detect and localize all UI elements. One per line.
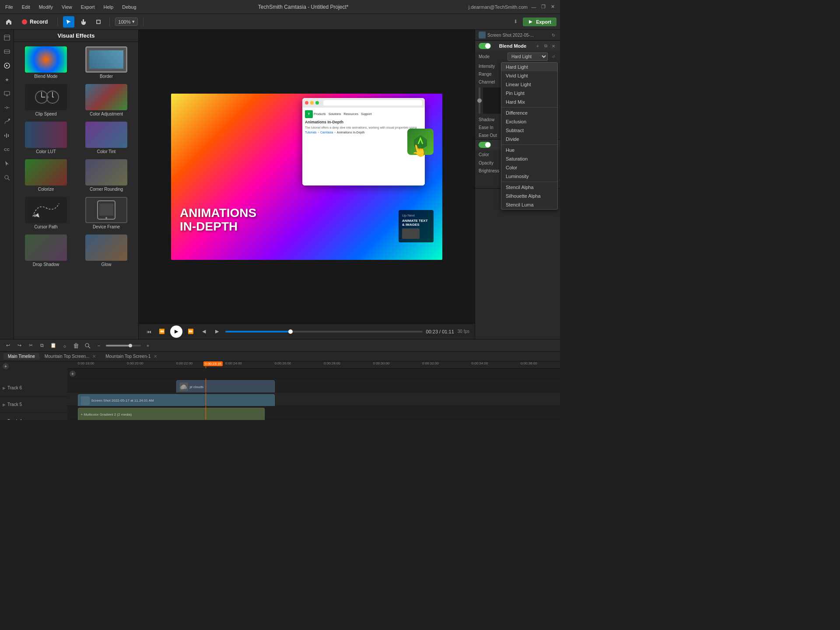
zoom-control[interactable]: 100% ▾ (115, 18, 138, 26)
left-vslider[interactable] (479, 88, 480, 114)
effect-item-drop-shadow[interactable]: Drop Shadow (17, 233, 75, 269)
effect-item-glow[interactable]: Glow (77, 233, 136, 269)
effect-item-color-adjustment[interactable]: Color Adjustment (77, 82, 136, 118)
download-icon[interactable]: ⬇ (511, 17, 520, 27)
effect-item-color-tint[interactable]: Color Tint (77, 120, 136, 156)
dropdown-item-hue[interactable]: Hue (501, 146, 557, 154)
dropdown-item-hard-mix[interactable]: Hard Mix (501, 98, 557, 106)
minimize-button[interactable]: — (530, 4, 537, 10)
search-icon[interactable] (83, 341, 92, 350)
dropdown-item-saturation[interactable]: Saturation (501, 154, 557, 163)
menu-edit[interactable]: Edit (20, 4, 32, 10)
effect-item-clip-speed[interactable]: Clip Speed (17, 82, 75, 118)
dropdown-item-silhouette-alpha[interactable]: Silhouette Alpha (501, 192, 557, 200)
breadcrumb-sep: › (318, 131, 319, 134)
hand-tool[interactable] (78, 16, 89, 28)
effect-item-border[interactable]: Border (77, 45, 136, 80)
refresh-icon[interactable]: ↻ (550, 32, 556, 38)
sidebar-effects[interactable] (2, 60, 12, 71)
dropdown-item-hard-light[interactable]: Hard Light (501, 63, 557, 71)
tab-close-2[interactable]: ✕ (154, 354, 157, 359)
clip-screenshot[interactable]: Screen Shot 2022-05-17 at 11.24.01 AM (78, 394, 275, 407)
close-button[interactable]: ✕ (550, 4, 556, 10)
menu-help[interactable]: Help (102, 4, 116, 10)
menu-view[interactable]: View (60, 4, 74, 10)
effect-item-colorize[interactable]: Colorize (17, 158, 75, 193)
dropdown-item-linear-light[interactable]: Linear Light (501, 80, 557, 89)
next-marker-button[interactable]: ▶ (212, 327, 222, 336)
dropdown-item-stencil-alpha[interactable]: Stencil Alpha (501, 183, 557, 192)
step-forward-button[interactable]: ⏩ (186, 327, 196, 336)
sidebar-captions[interactable]: CC (2, 144, 12, 155)
zoom-out-tool[interactable]: − (94, 341, 103, 350)
dropdown-item-stencil-luma[interactable]: Stencil Luma (501, 200, 557, 209)
menu-debug[interactable]: Debug (120, 4, 138, 10)
menu-export[interactable]: Export (79, 4, 97, 10)
home-icon[interactable] (4, 17, 14, 27)
effect-item-blend-mode[interactable]: Blend Mode (17, 45, 75, 80)
dropdown-item-luminosity[interactable]: Luminosity (501, 172, 557, 181)
dropdown-item-subtract[interactable]: Subtract (501, 126, 557, 135)
sidebar-home[interactable] (2, 32, 12, 43)
sidebar-transitions[interactable] (2, 102, 12, 113)
timeline-zoom-slider[interactable] (106, 345, 141, 346)
expand-track-6[interactable]: ▶ (3, 386, 6, 390)
export-button[interactable]: Export (523, 18, 556, 26)
prev-marker-button[interactable]: ◀ (199, 327, 209, 336)
add-media-button[interactable]: + (70, 371, 76, 377)
dropdown-item-divide[interactable]: Divide (501, 135, 557, 144)
sidebar-star[interactable]: ★ (2, 74, 12, 85)
sidebar-media[interactable] (2, 46, 12, 57)
menu-modify[interactable]: Modify (37, 4, 55, 10)
step-back-button[interactable]: ⏪ (157, 327, 167, 336)
dropdown-item-pin-light[interactable]: Pin Light (501, 89, 557, 98)
split-tool[interactable]: ⬦ (60, 341, 69, 350)
tab-mountain-top-screen-1[interactable]: Mountain Top Screen-1 ✕ (101, 353, 161, 360)
progress-thumb[interactable] (288, 329, 293, 334)
effect-item-device-frame[interactable]: Device Frame (77, 195, 136, 231)
tab-mountain-top-screen[interactable]: Mountain Top Screen... ✕ (40, 353, 100, 360)
undo-tool[interactable]: ↩ (4, 341, 12, 350)
playhead-track6 (206, 378, 206, 392)
sidebar-behaviors[interactable] (2, 116, 12, 127)
play-button[interactable]: ▶ (170, 326, 182, 338)
expand-track-4[interactable]: ▶ (3, 419, 6, 420)
menu-file[interactable]: File (4, 4, 15, 10)
sidebar-zoom[interactable] (2, 172, 12, 183)
dropdown-item-difference[interactable]: Difference (501, 108, 557, 117)
delete-tool[interactable]: 🗑 (72, 341, 80, 350)
effect-item-cursor-path[interactable]: Cursor Path (17, 195, 75, 231)
duplicate-icon[interactable]: ⧉ (542, 43, 549, 49)
clip-multicolor[interactable]: + Multicolor Gradient 2 (2 media) (78, 408, 265, 420)
playback-progress[interactable] (225, 331, 423, 332)
sidebar-audio[interactable] (2, 130, 12, 141)
add-track-button[interactable]: + (3, 363, 9, 369)
redo-tool[interactable]: ↪ (15, 341, 24, 350)
copy-tool[interactable]: ⧉ (38, 341, 46, 350)
blend-mode-toggle[interactable] (479, 43, 491, 49)
expand-track-5[interactable]: ▶ (3, 402, 6, 407)
clip-clouds[interactable]: jd clouds (176, 380, 275, 393)
crop-tool[interactable] (93, 16, 104, 28)
tab-close-1[interactable]: ✕ (92, 354, 96, 359)
reset-mode-icon[interactable]: ↺ (550, 54, 556, 60)
dropdown-item-vivid-light[interactable]: Vivid Light (501, 71, 557, 80)
dropdown-item-color[interactable]: Color (501, 163, 557, 172)
spotlight-toggle[interactable] (479, 142, 491, 148)
restore-button[interactable]: ❐ (540, 4, 547, 10)
paste-tool[interactable]: 📋 (49, 341, 58, 350)
sidebar-annotations[interactable] (2, 88, 12, 99)
select-tool[interactable] (63, 16, 74, 28)
add-icon[interactable]: + (535, 43, 541, 49)
tab-main-timeline[interactable]: Main Timeline (4, 353, 39, 360)
record-button[interactable]: Record (18, 17, 52, 27)
zoom-in-tool[interactable]: + (144, 341, 152, 350)
effect-item-color-lut[interactable]: Color LUT (17, 120, 75, 156)
dropdown-item-exclusion[interactable]: Exclusion (501, 117, 557, 126)
remove-icon[interactable]: ✕ (550, 43, 556, 49)
go-to-start-button[interactable]: ⏮ (144, 327, 154, 336)
effect-item-corner-rounding[interactable]: Corner Rounding (77, 158, 136, 193)
mode-select[interactable]: Hard Light (508, 52, 548, 61)
sidebar-cursor[interactable] (2, 158, 12, 169)
cut-tool[interactable]: ✂ (26, 341, 35, 350)
